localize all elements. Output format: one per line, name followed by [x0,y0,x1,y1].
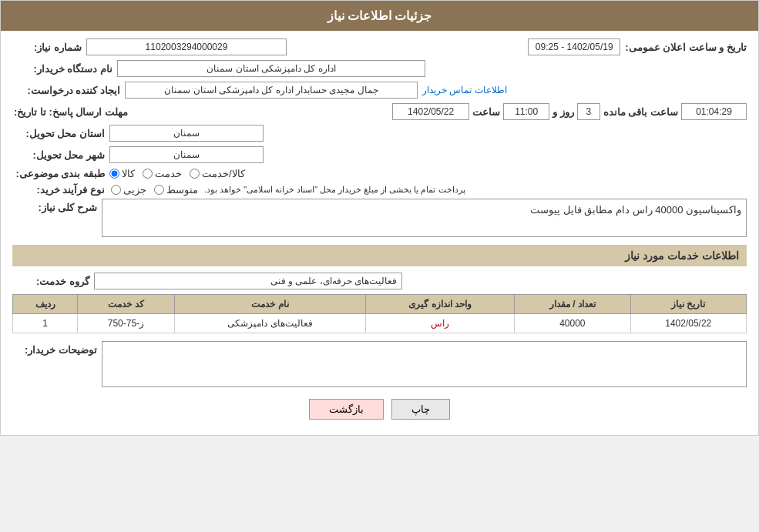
col-unit: واحد اندازه گیری [366,295,515,314]
content-area: تاریخ و ساعت اعلان عمومی: 1402/05/19 - 0… [1,31,758,435]
description-section: واکسیناسیون 40000 راس دام مطابق فایل پیو… [12,199,747,237]
radio-medium-label: متوسط [166,184,198,196]
cell-quantity: 40000 [515,314,630,333]
description-label: شرح کلی نیاز: [12,199,97,213]
purchase-type-label: نوع فرآیند خرید: [12,184,105,196]
cell-row: 1 [13,314,78,333]
col-code: کد خدمت [78,295,175,314]
row-purchase-type: پرداخت تمام یا بخشی از مبلغ خریدار محل "… [12,184,747,196]
creator-value: جمال مجیدی حسابدار اداره کل دامپزشکی است… [125,82,418,99]
buyer-org-value: اداره کل دامپزشکی استان سمنان [117,60,425,77]
buyer-notes-box [102,341,747,387]
radio-medium-input[interactable] [154,185,164,195]
city-value: سمنان [109,146,264,163]
services-table-container: تاریخ نیاز تعداد / مقدار واحد اندازه گیر… [12,294,747,333]
radio-service[interactable]: خدمت [143,168,182,179]
publish-datetime-label: تاریخ و ساعت اعلان عمومی: [625,42,747,53]
radio-goods-service[interactable]: کالا/خدمت [190,168,245,179]
page-title: جزئیات اطلاعات نیاز [327,9,432,22]
radio-partial-label: جزیی [123,184,146,196]
radio-goods-service-input[interactable] [190,169,200,179]
publish-datetime-value: 1402/05/19 - 09:25 [528,38,620,55]
service-group-value: فعالیت‌های حرفه‌ای، علمی و فنی [94,273,402,289]
service-group-label: گروه خدمت: [12,276,89,287]
response-days-value: 3 [577,103,600,120]
description-value: واکسیناسیون 40000 راس دام مطابق فایل پیو… [530,204,741,216]
table-row: 1402/05/22 40000 راس فعالیت‌های دامپزشکی… [13,314,747,333]
row-creator: اطلاعات تماس خریدار جمال مجیدی حسابدار ا… [12,82,747,99]
purchase-type-radio-group: متوسط جزیی [111,184,198,196]
province-value: سمنان [109,125,264,142]
services-table: تاریخ نیاز تعداد / مقدار واحد اندازه گیر… [12,294,747,333]
response-deadline-label: مهلت ارسال پاسخ: تا تاریخ: [12,106,128,118]
buttons-row: چاپ بازگشت [12,399,747,420]
radio-partial[interactable]: جزیی [111,184,146,196]
service-info-title: اطلاعات خدمات مورد نیاز [12,245,747,266]
row-need-number: تاریخ و ساعت اعلان عمومی: 1402/05/19 - 0… [12,38,747,55]
buyer-notes-section: توضیحات خریدار: [12,341,747,387]
cell-name: فعالیت‌های دامپزشکی [174,314,366,333]
back-button[interactable]: بازگشت [309,399,384,420]
radio-service-label: خدمت [155,168,182,179]
radio-goods-service-label: کالا/خدمت [202,168,245,179]
response-time-label: ساعت [472,106,500,118]
description-box: واکسیناسیون 40000 راس دام مطابق فایل پیو… [102,199,747,237]
cell-code: ز-75-750 [78,314,175,333]
radio-goods-input[interactable] [109,169,119,179]
row-response-deadline: 01:04:29 ساعت باقی مانده 3 روز و 11:00 س… [12,103,747,120]
response-time-value: 11:00 [503,103,549,120]
page-header: جزئیات اطلاعات نیاز [1,1,758,31]
response-remaining-label: ساعت باقی مانده [603,106,678,118]
col-date: تاریخ نیاز [630,295,746,314]
purchase-note: پرداخت تمام یا بخشی از مبلغ خریدار محل "… [204,185,465,195]
row-city: سمنان شهر محل تحویل: [12,146,747,163]
radio-goods[interactable]: کالا [109,168,135,179]
need-number-label: شماره نیاز: [12,42,82,53]
row-category: کالا/خدمت خدمت کالا طبقه بندی موضوعی: [12,168,747,179]
table-header-row: تاریخ نیاز تعداد / مقدار واحد اندازه گیر… [13,295,747,314]
cell-unit[interactable]: راس [366,314,515,333]
response-date-value: 1402/05/22 [392,103,469,120]
category-label: طبقه بندی موضوعی: [12,168,105,179]
category-radio-group: کالا/خدمت خدمت کالا [109,168,245,179]
province-label: استان محل تحویل: [12,128,105,139]
response-days-label: روز و [552,106,574,118]
col-name: نام خدمت [174,295,366,314]
radio-partial-input[interactable] [111,185,121,195]
response-remaining-value: 01:04:29 [681,103,747,120]
radio-goods-label: کالا [122,168,135,179]
radio-service-input[interactable] [143,169,153,179]
row-buyer-org: اداره کل دامپزشکی استان سمنان نام دستگاه… [12,60,747,77]
row-province: سمنان استان محل تحویل: [12,125,747,142]
cell-date: 1402/05/22 [630,314,746,333]
contact-info-link[interactable]: اطلاعات تماس خریدار [422,85,507,95]
need-number-value: 1102003294000029 [86,38,287,55]
row-service-group: فعالیت‌های حرفه‌ای، علمی و فنی گروه خدمت… [12,273,747,289]
buyer-org-label: نام دستگاه خریدار: [12,63,113,75]
col-quantity: تعداد / مقدار [515,295,630,314]
radio-medium[interactable]: متوسط [154,184,198,196]
col-row: ردیف [13,295,78,314]
page-wrapper: جزئیات اطلاعات نیاز تاریخ و ساعت اعلان ع… [0,0,759,436]
print-button[interactable]: چاپ [391,399,450,420]
city-label: شهر محل تحویل: [12,149,105,161]
creator-label: ایجاد کننده درخواست: [12,85,120,96]
buyer-notes-label: توضیحات خریدار: [12,341,97,356]
